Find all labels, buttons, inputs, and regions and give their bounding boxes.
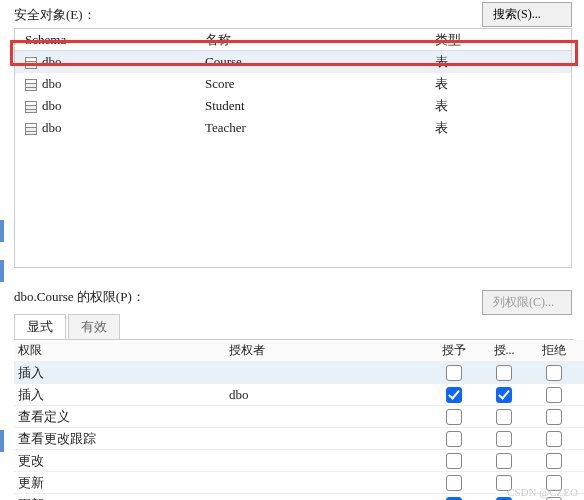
col-type[interactable]: 类型 [435, 31, 545, 49]
securables-header: Schema 名称 类型 [15, 29, 571, 51]
withgrant-checkbox[interactable] [496, 387, 512, 403]
securables-grid: Schema 名称 类型 dbo Course 表 dbo Score 表 db… [14, 28, 572, 268]
permissions-grid: 权限 授权者 授予 授... 拒绝 插入 插入 dbo 查看定义 查看更改跟踪 … [14, 340, 584, 500]
withgrant-checkbox[interactable] [496, 365, 512, 381]
securables-row[interactable]: dbo Score 表 [15, 73, 571, 95]
col-grantor[interactable]: 授权者 [229, 342, 429, 359]
row-schema: dbo [42, 98, 62, 113]
permissions-row[interactable]: 更新 dbo [14, 494, 584, 500]
grant-checkbox[interactable] [446, 387, 462, 403]
withgrant-checkbox[interactable] [496, 431, 512, 447]
row-name: Student [205, 98, 435, 114]
perm-name: 插入 [14, 386, 229, 404]
col-grant[interactable]: 授予 [429, 342, 479, 359]
permissions-tabs: 显式 有效 [14, 314, 574, 340]
decorative-edge [0, 430, 4, 452]
deny-checkbox[interactable] [546, 431, 562, 447]
row-schema: dbo [42, 76, 62, 91]
perm-name: 插入 [14, 364, 229, 382]
perm-name: 更新 [14, 496, 229, 501]
perm-name: 更改 [14, 452, 229, 470]
row-type: 表 [435, 53, 545, 71]
grant-checkbox[interactable] [446, 431, 462, 447]
securables-row[interactable]: dbo Course 表 [15, 51, 571, 73]
row-schema: dbo [42, 54, 62, 69]
permissions-row[interactable]: 更改 [14, 450, 584, 472]
permissions-row[interactable]: 查看更改跟踪 [14, 428, 584, 450]
col-permission[interactable]: 权限 [14, 342, 229, 359]
perm-name: 查看更改跟踪 [14, 430, 229, 448]
col-name[interactable]: 名称 [205, 31, 435, 49]
search-button[interactable]: 搜索(S)... [482, 2, 572, 27]
decorative-edge [0, 260, 4, 282]
table-icon [25, 101, 37, 113]
permissions-row[interactable]: 插入 dbo [14, 384, 584, 406]
deny-checkbox[interactable] [546, 365, 562, 381]
deny-checkbox[interactable] [546, 409, 562, 425]
withgrant-checkbox[interactable] [496, 453, 512, 469]
grant-checkbox[interactable] [446, 409, 462, 425]
securables-row[interactable]: dbo Teacher 表 [15, 117, 571, 139]
row-schema: dbo [42, 120, 62, 135]
column-permissions-button[interactable]: 列权限(C)... [482, 290, 572, 315]
perm-name: 更新 [14, 474, 229, 492]
perm-name: 查看定义 [14, 408, 229, 426]
permissions-row[interactable]: 更新 [14, 472, 584, 494]
grant-checkbox[interactable] [446, 475, 462, 491]
decorative-edge [0, 220, 4, 242]
table-icon [25, 123, 37, 135]
row-type: 表 [435, 119, 545, 137]
grant-checkbox[interactable] [446, 453, 462, 469]
permissions-row[interactable]: 插入 [14, 362, 584, 384]
permissions-header: 权限 授权者 授予 授... 拒绝 [14, 340, 584, 362]
tab-explicit[interactable]: 显式 [14, 314, 66, 339]
perm-grantor: dbo [229, 497, 429, 501]
col-withgrant[interactable]: 授... [479, 342, 529, 359]
permissions-row[interactable]: 查看定义 [14, 406, 584, 428]
col-schema[interactable]: Schema [25, 32, 205, 48]
row-type: 表 [435, 97, 545, 115]
col-deny[interactable]: 拒绝 [529, 342, 579, 359]
grant-checkbox[interactable] [446, 365, 462, 381]
row-name: Teacher [205, 120, 435, 136]
withgrant-checkbox[interactable] [496, 409, 512, 425]
securables-row[interactable]: dbo Student 表 [15, 95, 571, 117]
row-type: 表 [435, 75, 545, 93]
row-name: Course [205, 54, 435, 70]
watermark: CSDN @CZEO [507, 486, 578, 498]
tab-effective[interactable]: 有效 [68, 314, 120, 339]
table-icon [25, 57, 37, 69]
deny-checkbox[interactable] [546, 387, 562, 403]
row-name: Score [205, 76, 435, 92]
perm-grantor: dbo [229, 387, 429, 403]
table-icon [25, 79, 37, 91]
deny-checkbox[interactable] [546, 453, 562, 469]
